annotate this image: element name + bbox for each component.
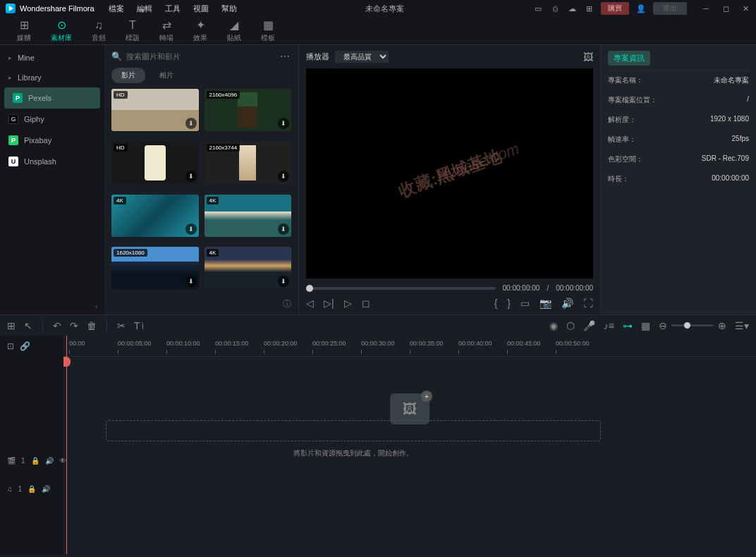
preview-viewport[interactable]: 收藏:黑域基地 Hybase.com: [306, 68, 593, 278]
toolbar-tab-0[interactable]: ⊞媒體: [7, 18, 41, 43]
fullscreen-icon[interactable]: ⛶: [583, 298, 593, 309]
list-view-icon[interactable]: ☰▾: [735, 320, 749, 331]
menu-view[interactable]: 視圖: [193, 4, 209, 14]
minimize-icon[interactable]: ─: [701, 4, 711, 13]
info-value: 00:00:00:00: [712, 174, 749, 184]
sidebar-item-mine[interactable]: ▸Mine: [0, 48, 104, 68]
toolbar-tab-1[interactable]: ⊙素材庫: [41, 18, 82, 43]
lock-audio-icon[interactable]: 🔒: [28, 485, 36, 493]
buy-button[interactable]: 購買: [601, 2, 629, 15]
thumbnail-1[interactable]: 2160x4096⬇: [205, 89, 292, 131]
zoom-slider[interactable]: [671, 324, 714, 326]
menu-help[interactable]: 幫助: [221, 4, 237, 14]
mark-in-button[interactable]: {: [494, 298, 498, 309]
account-icon[interactable]: 👤: [636, 4, 646, 13]
mute-track-icon[interactable]: 🔊: [45, 457, 54, 465]
toolbar-label: 標題: [126, 33, 140, 43]
sidebar-item-library[interactable]: ▸Library: [0, 68, 104, 87]
text-tool-icon[interactable]: T༐: [134, 320, 145, 331]
timeline-ruler[interactable]: 00:0000:00:05:0000:00:10:0000:00:15:0000…: [63, 336, 756, 357]
layout-icon[interactable]: ▭: [533, 4, 543, 13]
player-tab[interactable]: 播放器: [306, 51, 329, 62]
download-icon[interactable]: ⬇: [185, 276, 197, 287]
camera-icon[interactable]: 📷: [539, 298, 551, 309]
display-icon[interactable]: ▭: [520, 298, 530, 309]
subtab-1[interactable]: 相片: [150, 68, 183, 83]
cut-tool-icon[interactable]: ✂: [117, 320, 126, 331]
menu-file[interactable]: 檔案: [109, 4, 124, 14]
undo-button[interactable]: ↶: [53, 320, 61, 331]
more-options-button[interactable]: ⋯: [280, 51, 291, 62]
download-icon[interactable]: ⬇: [185, 118, 197, 129]
cursor-tool-icon[interactable]: ↖: [24, 320, 32, 331]
toolbar-tab-4[interactable]: ⇄轉場: [150, 18, 183, 43]
playhead[interactable]: [66, 336, 67, 554]
prev-frame-button[interactable]: ◁: [306, 298, 314, 309]
download-icon[interactable]: ⬇: [278, 171, 289, 182]
cloud-icon[interactable]: ☁: [567, 4, 577, 13]
magnet-icon[interactable]: ⊶: [623, 320, 633, 331]
link-icon[interactable]: 🔗: [20, 341, 30, 351]
maximize-icon[interactable]: ◻: [721, 4, 731, 13]
quality-select[interactable]: 最高品質: [335, 51, 389, 63]
snapshot-icon[interactable]: 🖼: [583, 51, 593, 63]
play-button[interactable]: ▷: [344, 298, 352, 309]
media-browser: 🔍 ⋯ 影片相片 HD⬇2160x4096⬇HD⬇2160x3744⬇4K⬇4K…: [104, 45, 299, 314]
zoom-in-button[interactable]: ⊕: [718, 320, 726, 331]
thumbnail-4[interactable]: 4K⬇: [111, 195, 199, 237]
subtab-0[interactable]: 影片: [111, 68, 145, 83]
mute-audio-icon[interactable]: 🔊: [42, 485, 50, 493]
scrubber-bar[interactable]: [306, 287, 496, 290]
mark-out-button[interactable]: }: [507, 298, 511, 309]
stop-button[interactable]: ◻: [362, 298, 370, 309]
record-icon[interactable]: ◉: [549, 320, 558, 331]
thumbnail-0[interactable]: HD⬇: [111, 89, 199, 131]
thumbnail-5[interactable]: 4K⬇: [205, 195, 292, 237]
info-row-1: 專案檔案位置：/: [608, 90, 749, 110]
sidebar-item-giphy[interactable]: GGiphy: [0, 109, 104, 130]
project-info-tab[interactable]: 專案資訊: [608, 51, 650, 66]
thumbnail-3[interactable]: 2160x3744⬇: [205, 142, 292, 184]
track-settings-icon[interactable]: ⊞: [7, 320, 16, 331]
thumbnail-7[interactable]: 4K⬇: [205, 247, 292, 289]
menu-tools[interactable]: 工具: [165, 4, 181, 14]
toolbar-tab-6[interactable]: ◢貼紙: [217, 18, 251, 43]
apps-icon[interactable]: ⊞: [584, 4, 594, 13]
toolbar-tab-5[interactable]: ✦效果: [183, 18, 217, 43]
search-input[interactable]: [126, 52, 276, 61]
marker-icon[interactable]: ⬡: [566, 320, 575, 331]
zoom-out-button[interactable]: ⊖: [659, 320, 667, 331]
snap-icon[interactable]: ⊡: [7, 341, 14, 351]
lock-track-icon[interactable]: 🔒: [31, 457, 39, 465]
export-button[interactable]: 導出: [653, 2, 687, 15]
render-icon[interactable]: ▦: [641, 320, 650, 331]
toolbar-icon: ⇄: [162, 18, 171, 32]
toolbar-tab-3[interactable]: T標題: [116, 19, 150, 43]
thumbnail-6[interactable]: 1620x1080⬇: [111, 247, 199, 289]
toolbar-tab-2[interactable]: ♫音頻: [82, 19, 116, 43]
volume-icon[interactable]: 🔊: [561, 298, 573, 309]
timeline-toolbar: ⊞ ↖ ↶ ↷ 🗑 ✂ T༐ ◉ ⬡ 🎤 ♪≡ ⊶ ▦ ⊖ ⊕ ☰▾: [0, 314, 756, 336]
sidebar-item-pixabay[interactable]: PPixabay: [0, 130, 104, 151]
audio-mixer-icon[interactable]: ♪≡: [604, 320, 614, 331]
collapse-sidebar-button[interactable]: ‹: [0, 298, 104, 314]
download-icon[interactable]: ⬇: [185, 171, 197, 182]
toolbar-tab-7[interactable]: ▦模板: [251, 18, 285, 43]
sidebar-item-unsplash[interactable]: UUnsplash: [0, 151, 104, 172]
info-button[interactable]: ⓘ: [104, 294, 298, 314]
download-icon[interactable]: ⬇: [278, 224, 289, 235]
redo-button[interactable]: ↷: [70, 320, 78, 331]
timeline-tracks[interactable]: 00:0000:00:05:0000:00:10:0000:00:15:0000…: [63, 336, 756, 554]
drop-zone[interactable]: [106, 420, 601, 441]
menu-edit[interactable]: 編輯: [137, 4, 152, 14]
download-icon[interactable]: ⬇: [278, 118, 289, 129]
step-back-button[interactable]: ▷|: [324, 298, 334, 309]
thumbnail-2[interactable]: HD⬇: [111, 142, 199, 184]
sidebar-item-pexels[interactable]: PPexels: [4, 87, 100, 109]
save-icon[interactable]: ⎙: [550, 4, 560, 13]
delete-button[interactable]: 🗑: [87, 320, 97, 331]
close-icon[interactable]: ✕: [740, 4, 750, 13]
download-icon[interactable]: ⬇: [185, 224, 197, 235]
voiceover-icon[interactable]: 🎤: [583, 320, 595, 331]
download-icon[interactable]: ⬇: [278, 276, 289, 287]
